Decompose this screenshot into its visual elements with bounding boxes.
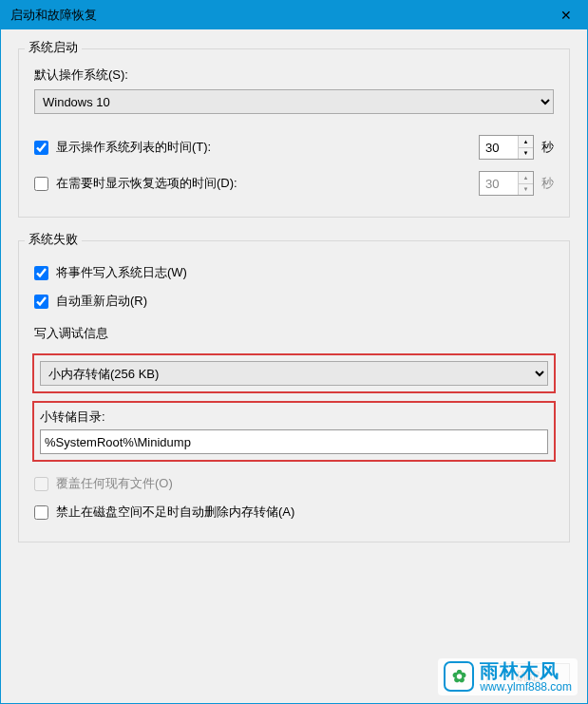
dialog-window: 启动和故障恢复 ✕ 系统启动 默认操作系统(S): Windows 10 显示操…: [0, 0, 588, 704]
dump-dir-label: 小转储目录:: [40, 409, 548, 426]
write-event-log-label: 将事件写入系统日志(W): [56, 264, 554, 281]
default-os-label: 默认操作系统(S):: [30, 67, 558, 84]
show-recovery-checkbox[interactable]: [34, 177, 48, 191]
show-os-list-label: 显示操作系统列表的时间(T):: [56, 139, 475, 156]
recovery-seconds-value: 30: [480, 172, 518, 195]
spinner-up-icon: ▲: [519, 172, 533, 184]
dump-type-select[interactable]: 小内存转储(256 KB): [40, 361, 548, 386]
auto-restart-row: 自动重新启动(R): [30, 287, 558, 315]
close-icon: ✕: [560, 8, 572, 23]
seconds-unit: 秒: [541, 175, 554, 192]
group-title-failure: 系统失败: [25, 231, 82, 248]
spinner-down-icon: ▼: [519, 184, 533, 196]
dialog-buttons: 确定: [486, 663, 570, 690]
os-list-seconds-spinner[interactable]: 30 ▲ ▼: [479, 135, 534, 160]
auto-restart-label: 自动重新启动(R): [56, 293, 554, 310]
system-startup-group: 系统启动 默认操作系统(S): Windows 10 显示操作系统列表的时间(T…: [18, 48, 570, 218]
close-button[interactable]: ✕: [544, 1, 587, 29]
no-auto-delete-label: 禁止在磁盘空间不足时自动删除内存转储(A): [56, 504, 554, 521]
show-os-list-row: 显示操作系统列表的时间(T): 30 ▲ ▼ 秒: [30, 129, 558, 165]
recovery-seconds-spinner: 30 ▲ ▼: [479, 171, 534, 196]
auto-restart-checkbox[interactable]: [34, 295, 48, 309]
write-event-log-row: 将事件写入系统日志(W): [30, 258, 558, 287]
titlebar: 启动和故障恢复 ✕: [1, 1, 587, 29]
system-failure-group: 系统失败 将事件写入系统日志(W) 自动重新启动(R) 写入调试信息 小内存转储…: [18, 240, 570, 542]
overwrite-label: 覆盖任何现有文件(O): [56, 475, 554, 492]
show-recovery-label: 在需要时显示恢复选项的时间(D):: [56, 175, 475, 192]
ok-button[interactable]: 确定: [486, 663, 570, 690]
dialog-content: 系统启动 默认操作系统(S): Windows 10 显示操作系统列表的时间(T…: [1, 29, 587, 552]
debug-info-label: 写入调试信息: [30, 315, 558, 350]
write-event-log-checkbox[interactable]: [34, 266, 48, 280]
dump-type-highlight: 小内存转储(256 KB): [32, 353, 556, 393]
dump-dir-highlight: 小转储目录:: [32, 401, 556, 462]
no-auto-delete-checkbox[interactable]: [34, 505, 48, 520]
show-recovery-row: 在需要时显示恢复选项的时间(D): 30 ▲ ▼ 秒: [30, 165, 558, 201]
spinner-up-icon[interactable]: ▲: [519, 136, 533, 148]
spinner-buttons: ▲ ▼: [518, 172, 533, 195]
show-os-list-checkbox[interactable]: [34, 141, 48, 155]
window-title: 启动和故障恢复: [10, 7, 97, 24]
spinner-down-icon[interactable]: ▼: [519, 148, 533, 160]
group-title-startup: 系统启动: [25, 39, 82, 56]
default-os-select[interactable]: Windows 10: [34, 89, 554, 114]
seconds-unit: 秒: [541, 139, 554, 156]
dump-dir-input[interactable]: [40, 429, 548, 454]
os-list-seconds-value: 30: [480, 136, 518, 159]
overwrite-checkbox: [34, 477, 48, 491]
spinner-buttons: ▲ ▼: [518, 136, 533, 159]
no-auto-delete-row: 禁止在磁盘空间不足时自动删除内存转储(A): [30, 498, 558, 526]
watermark-logo-icon: ✿: [444, 661, 474, 692]
overwrite-row: 覆盖任何现有文件(O): [30, 469, 558, 498]
